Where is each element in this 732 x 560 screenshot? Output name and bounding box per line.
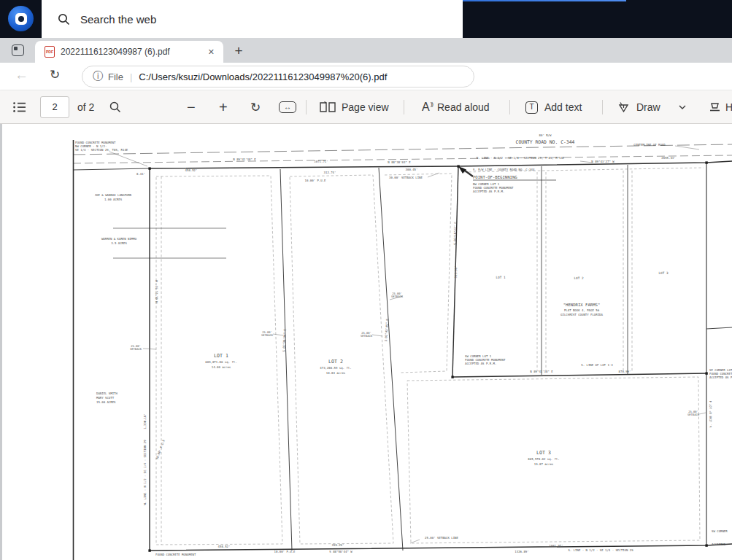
pdf-toolbar: 2 of 2 − + ↻ ↔ Page view A )) Read a (0, 90, 732, 124)
launcher-logo-icon[interactable] (8, 6, 34, 31)
page-view-icon (320, 101, 336, 113)
read-aloud-label: Read aloud (437, 101, 490, 113)
plat-label: 1.00 ACRES (104, 198, 123, 201)
highlight-button[interactable]: H (709, 90, 732, 124)
address-bar-row: ← ↻ ⓘ File | C:/Users/ksuzi/Downloads/20… (0, 63, 732, 90)
plat-label: N 88°38'03" E (388, 160, 411, 164)
plat-label: 1326.89' (515, 550, 528, 553)
plat-label: SETBACK (391, 295, 404, 298)
plat-label: 15.00 ACRES (96, 400, 116, 404)
plat-label: S 88°58'44" W (329, 550, 352, 553)
plat-label: 870.99' (619, 370, 631, 373)
plat-label: N 89°41'38" E (233, 158, 256, 161)
plat-label: ACCEPTED AS P.R.M. (465, 362, 496, 365)
topbar-accent-line (451, 0, 626, 1)
plat-label: 1,330.16' (143, 413, 147, 429)
plat-label: DANIEL SMITH (96, 392, 117, 395)
plat-label: SW CORNER (712, 529, 728, 533)
plat-label: 300.45' (406, 168, 418, 171)
web-search-box[interactable]: Search the web (42, 0, 463, 38)
page-info-icon[interactable]: ⓘ (93, 70, 103, 83)
plat-label: LOT 1 (214, 353, 228, 359)
highlight-label: H (725, 101, 732, 113)
plat-label: W. LINE OF LOT 4 (709, 400, 712, 427)
plat-label: JOE & WANDAK LANGFORD (95, 193, 132, 197)
page-view-button[interactable]: Page view (320, 90, 389, 124)
pdf-icon-text: PDF (46, 50, 53, 54)
tab-title: 20221116123049987 (6).pdf (61, 47, 205, 57)
draw-pen-icon (617, 101, 630, 113)
plat-monument-markers (148, 161, 707, 551)
draw-button[interactable]: Draw (617, 90, 660, 124)
plat-label: 30.00' P.U.E (155, 439, 166, 460)
rotate-button[interactable]: ↻ (250, 90, 261, 124)
plat-label: ACCEPTED (712, 542, 726, 546)
address-input[interactable]: ⓘ File | C:/Users/ksuzi/Downloads/202211… (82, 66, 474, 88)
plat-label: S. LINE - N 1/2 - SE 1/4 - SECTION 29 (568, 548, 633, 552)
plat-linework (73, 140, 732, 560)
plat-label: SETBACK (687, 413, 700, 416)
add-text-button[interactable]: T Add text (525, 90, 582, 124)
sound-waves-icon: )) (431, 101, 433, 107)
zoom-in-button[interactable]: + (219, 90, 228, 124)
zoom-out-button[interactable]: − (187, 90, 196, 124)
draw-options-chevron-icon[interactable] (679, 90, 686, 124)
pdf-page[interactable]: FOUND CONCRETE MONUMENTNW CORNER - N 1/2… (0, 124, 732, 560)
find-in-document-button[interactable] (109, 90, 121, 124)
plat-label: 25.00' SETBACK LINE (425, 536, 458, 540)
plat-label: 1061.97' (549, 544, 563, 548)
plat-label: LOT 3 (536, 450, 551, 456)
page-count-label: of 2 (77, 90, 94, 124)
plat-label: N 89°41'38" E (530, 370, 553, 373)
plat-label: S. LINE OF LOT 1-3 (581, 363, 613, 367)
toc-icon[interactable] (13, 90, 26, 124)
plat-label: SE 1/4 - SECTION 29, T8S, R14E (75, 148, 128, 152)
draw-label: Draw (636, 101, 660, 113)
url-scheme-label: File (108, 71, 123, 82)
plat-label: PLAT BOOK 4, PAGE 56 (564, 308, 600, 312)
plat-label: 14.00 acres (212, 365, 231, 369)
plat-label: 10.00' P.U.E (274, 550, 296, 553)
browser-window: Search the web PDF 20221116123049987 (6)… (0, 0, 732, 560)
plat-label: 10.00' P.U.E (305, 179, 326, 182)
refresh-button-icon[interactable]: ↻ (50, 67, 60, 82)
tab-actions-icon[interactable] (12, 44, 24, 56)
new-tab-button[interactable]: + (229, 42, 248, 61)
logo-square (15, 13, 27, 25)
plat-label: S 01°18'22" E (453, 222, 458, 245)
plat-label: MARY SCOTT (96, 396, 115, 400)
page-number-input[interactable]: 2 (40, 96, 69, 118)
plat-label: LOT 3 (658, 271, 669, 275)
tab-strip: PDF 20221116123049987 (6).pdf ✕ + (0, 38, 732, 63)
add-text-icon: T (525, 101, 538, 114)
plat-label: 8.41' (136, 172, 145, 176)
logo-dot (18, 16, 24, 22)
plat-label: LOT 2 (328, 359, 343, 365)
plat-label: WARREN & KAREN NIMMO (101, 237, 137, 241)
plat-leader-lines (109, 146, 706, 543)
plat-label: 3.5 ACRES (111, 241, 127, 245)
pdf-tab[interactable]: PDF 20221116123049987 (6).pdf ✕ (35, 41, 223, 63)
plat-label: S 02°43'45" E (384, 319, 389, 342)
toolbar-divider (602, 100, 603, 114)
table-of-contents-icon (13, 102, 26, 112)
plat-label: N 01°21'55" W (155, 280, 158, 303)
tab-close-icon[interactable]: ✕ (205, 46, 217, 58)
search-icon (58, 13, 70, 26)
search-placeholder-text: Search the web (80, 13, 156, 26)
back-button-icon[interactable]: ← (15, 67, 28, 83)
plat-label: N. LINE - N 1/2 - SE 1/4 - SECTION 29, T… (477, 156, 565, 160)
plat-label: W. LINE - N 1/2 - SE 1/4 - SECTION 29 (143, 440, 147, 505)
plat-label: GILCHRIST COUNTY FLORIDA (560, 313, 603, 316)
plat-label: 609,871.86 sq. ft. (205, 360, 236, 364)
url-divider: | (130, 71, 132, 82)
plat-label: ACCEPTED AS P.R.M. (709, 376, 732, 379)
fit-to-width-button[interactable]: ↔ (279, 90, 296, 124)
plat-label: N 89°43'27" W (591, 160, 615, 163)
toolbar-divider (306, 100, 307, 114)
plat-label: 1071.71' (314, 160, 328, 163)
plat-label: COUNTY ROAD NO. C-344 (516, 139, 575, 145)
plat-label: LOT 1 (496, 276, 506, 279)
read-aloud-button[interactable]: A )) Read aloud (422, 90, 490, 124)
plat-label: 19.87 acres (534, 462, 554, 466)
